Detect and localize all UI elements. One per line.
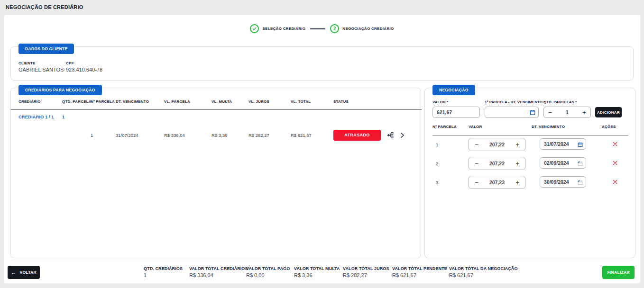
client-panel: DADOS DO CLIENTE CLIENTE GABRIEL SANTOS … bbox=[10, 46, 634, 81]
increment-button[interactable]: + bbox=[578, 109, 590, 116]
valor-stepper: − 207,22 + bbox=[469, 157, 525, 170]
qtd-parcelas-value[interactable]: 1 bbox=[556, 109, 578, 115]
parcela-total: R$ 621,67 bbox=[291, 124, 333, 146]
total-valor-crediarios: VALOR TOTAL CREDIÁRIOS R$ 336,04 bbox=[189, 266, 248, 278]
parcela-row: 3 − 207,23 + bbox=[432, 173, 628, 192]
arrow-left-icon: ← bbox=[11, 269, 17, 276]
col-valor: VALOR bbox=[469, 118, 532, 135]
total-qtd-crediarios: QTD. CREDIÁRIOS 1 bbox=[144, 266, 183, 278]
crediarios-panel-badge: CREDIÁRIOS PARA NEGOCIAÇÃO bbox=[18, 85, 102, 95]
parcela-numero: 1 bbox=[432, 135, 469, 154]
valor-stepper: − 207,23 + bbox=[469, 176, 525, 189]
col-dt-vencimento: DT. VENCIMENTO bbox=[532, 118, 602, 135]
total-valor-pago: VALOR TOTAL PAGO R$ 0,00 bbox=[246, 266, 290, 278]
valor-value[interactable]: 207,23 bbox=[484, 180, 510, 185]
calendar-icon[interactable] bbox=[577, 142, 583, 148]
decrement-button[interactable]: − bbox=[469, 141, 484, 148]
negociacao-form: VALOR * 1ª PARCELA - DT. VENCIMENTO * QT… bbox=[432, 100, 627, 118]
total-value: R$ 282,27 bbox=[343, 272, 389, 278]
client-name-field: CLIENTE GABRIEL SANTOS bbox=[18, 61, 66, 72]
total-value: R$ 621,67 bbox=[392, 272, 447, 278]
total-value: R$ 336,04 bbox=[189, 272, 248, 278]
parcela-numero: 3 bbox=[432, 173, 469, 192]
col-vl-parcela: VL. PARCELA bbox=[164, 88, 212, 109]
decrement-button[interactable]: − bbox=[469, 179, 484, 186]
parcela-detail-row: 1 31/07/2024 R$ 336,04 R$ 3,36 R$ 282,27… bbox=[11, 124, 422, 146]
crediarios-table: CREDIÁRIO QTD. PARCELA Nº PARCELA DT. VE… bbox=[11, 88, 422, 146]
voltar-label: VOLTAR bbox=[19, 270, 36, 275]
total-label: VALOR TOTAL PAGO bbox=[246, 266, 290, 271]
negociacao-panel: NEGOCIAÇÃO VALOR * 1ª PARCELA - DT. VENC… bbox=[424, 88, 635, 258]
valor-value[interactable]: 207,22 bbox=[484, 142, 510, 147]
main-card: SELEÇÃO CREDIÁRIO 2 NEGOCIAÇÃO CREDIÁRIO… bbox=[4, 15, 640, 283]
total-value: R$ 621,67 bbox=[449, 272, 518, 278]
stepper: SELEÇÃO CREDIÁRIO 2 NEGOCIAÇÃO CREDIÁRIO bbox=[4, 24, 640, 33]
col-vl-juros: VL. JUROS bbox=[248, 88, 291, 109]
step-negociacao-crediario[interactable]: 2 NEGOCIAÇÃO CREDIÁRIO bbox=[330, 24, 394, 33]
total-label: QTD. CREDIÁRIOS bbox=[144, 266, 183, 271]
parcela-valor: R$ 336,04 bbox=[164, 124, 212, 146]
check-icon bbox=[250, 24, 259, 33]
total-value: R$ 0,00 bbox=[246, 272, 290, 278]
col-dt-vencimento: DT. VENCIMENTO bbox=[116, 88, 164, 109]
col-vl-multa: VL. MULTA bbox=[212, 88, 248, 109]
parcelas-table: Nº PARCELA VALOR DT. VENCIMENTO AÇÕES 1 … bbox=[432, 118, 628, 192]
client-value: GABRIEL SANTOS bbox=[18, 67, 66, 72]
parcela-vencimento: 31/07/2024 bbox=[116, 124, 164, 146]
total-label: VALOR TOTAL MULTA bbox=[294, 266, 340, 271]
increment-button[interactable]: + bbox=[510, 160, 525, 167]
crediario-group-label: CREDIÁRIO 1 / 1 bbox=[11, 109, 62, 124]
remove-parcela-icon[interactable] bbox=[612, 179, 618, 185]
valor-label: VALOR * bbox=[432, 100, 480, 104]
step-number: 2 bbox=[330, 24, 339, 33]
valor-stepper: − 207,22 + bbox=[469, 138, 525, 151]
increment-button[interactable]: + bbox=[510, 179, 525, 186]
client-label: CLIENTE bbox=[18, 61, 66, 65]
total-label: VALOR TOTAL DA NEGOCIAÇÃO bbox=[449, 266, 518, 271]
col-vl-total: VL. TOTAL bbox=[291, 88, 333, 109]
crediario-group-row[interactable]: CREDIÁRIO 1 / 1 1 bbox=[11, 109, 422, 124]
total-valor-pendente: VALOR TOTAL PENDENTE R$ 621,67 bbox=[392, 266, 447, 278]
split-parcela-icon[interactable] bbox=[386, 132, 394, 139]
valor-input[interactable] bbox=[432, 107, 480, 118]
cpf-label: CPF bbox=[66, 61, 102, 65]
qtd-parcelas-label: QTD. PARCELAS * bbox=[543, 100, 591, 104]
parcela-row: 2 − 207,22 + bbox=[432, 154, 628, 173]
client-panel-badge: DADOS DO CLIENTE bbox=[18, 44, 74, 54]
calendar-icon[interactable] bbox=[529, 109, 536, 116]
calendar-icon[interactable] bbox=[577, 180, 583, 186]
col-status: STATUS bbox=[333, 88, 386, 109]
col-acoes: AÇÕES bbox=[602, 118, 628, 135]
total-label: VALOR TOTAL PENDENTE bbox=[392, 266, 447, 271]
parcela-numero: 1 bbox=[91, 124, 116, 146]
increment-button[interactable]: + bbox=[510, 141, 525, 148]
parcela-row: 1 − 207,22 + bbox=[432, 135, 628, 154]
step-label: SELEÇÃO CREDIÁRIO bbox=[262, 27, 305, 31]
decrement-button[interactable]: − bbox=[469, 160, 484, 167]
parcela-juros: R$ 282,27 bbox=[248, 124, 291, 146]
step-connector bbox=[310, 28, 325, 29]
chevron-right-icon[interactable] bbox=[400, 132, 405, 138]
crediario-group-qtd: 1 bbox=[62, 109, 91, 124]
primeira-parcela-label: 1ª PARCELA - DT. VENCIMENTO * bbox=[485, 100, 539, 104]
total-valor-negociacao: VALOR TOTAL DA NEGOCIAÇÃO R$ 621,67 bbox=[449, 266, 518, 278]
col-actions bbox=[386, 88, 422, 109]
total-value: R$ 3,36 bbox=[294, 272, 340, 278]
total-label: VALOR TOTAL CREDIÁRIOS bbox=[189, 266, 248, 271]
calendar-icon[interactable] bbox=[577, 161, 583, 167]
voltar-button[interactable]: ← VOLTAR bbox=[8, 266, 40, 279]
remove-parcela-icon[interactable] bbox=[612, 141, 618, 147]
step-selecao-crediario[interactable]: SELEÇÃO CREDIÁRIO bbox=[250, 24, 305, 33]
step-label: NEGOCIAÇÃO CREDIÁRIO bbox=[342, 27, 394, 31]
valor-value[interactable]: 207,22 bbox=[484, 161, 510, 166]
status-badge: ATRASADO bbox=[333, 130, 381, 141]
parcelas-header-row: Nº PARCELA VALOR DT. VENCIMENTO AÇÕES bbox=[432, 118, 628, 135]
decrement-button[interactable]: − bbox=[544, 109, 556, 116]
col-n-parcela: Nº PARCELA bbox=[432, 118, 469, 135]
finalizar-button[interactable]: FINALIZAR bbox=[602, 266, 635, 279]
adicionar-button[interactable]: ADICIONAR bbox=[595, 107, 622, 117]
total-label: VALOR TOTAL JUROS bbox=[343, 266, 389, 271]
parcela-multa: R$ 3,36 bbox=[212, 124, 248, 146]
total-valor-juros: VALOR TOTAL JUROS R$ 282,27 bbox=[343, 266, 389, 278]
remove-parcela-icon[interactable] bbox=[612, 160, 618, 166]
